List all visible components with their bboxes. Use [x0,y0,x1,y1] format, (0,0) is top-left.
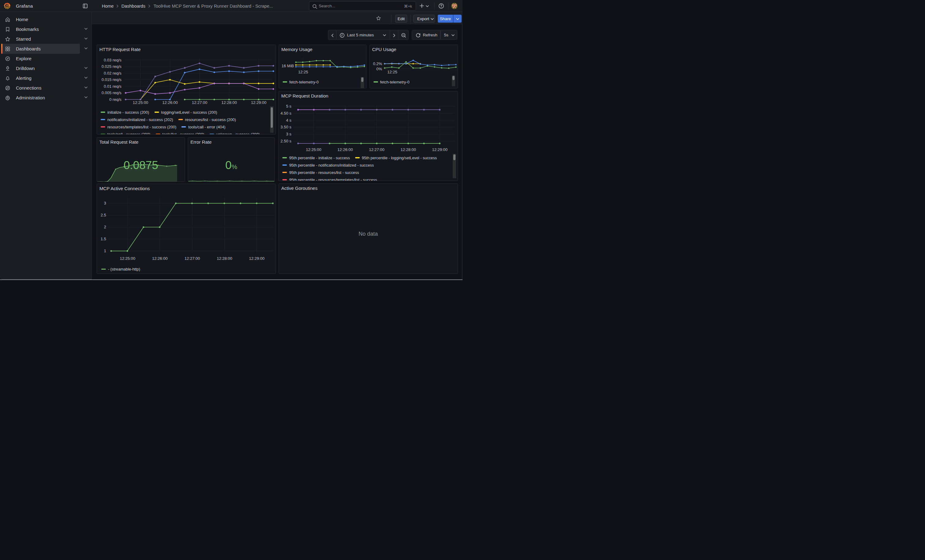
svg-text:0 req/s: 0 req/s [109,97,121,102]
svg-text:12:27:00: 12:27:00 [192,100,207,105]
svg-text:4 s: 4 s [286,118,292,123]
svg-text:12:26:00: 12:26:00 [338,147,353,152]
svg-text:12:27:00: 12:27:00 [369,147,385,152]
svg-text:0.02 req/s: 0.02 req/s [104,71,121,75]
svg-text:12:27:00: 12:27:00 [184,256,200,260]
svg-text:1: 1 [104,249,106,253]
svg-text:12:25: 12:25 [298,70,308,74]
svg-text:16 MiB: 16 MiB [282,64,294,68]
svg-text:2.50 s: 2.50 s [281,139,292,143]
svg-text:12:25:00: 12:25:00 [133,100,148,105]
svg-text:0%: 0% [376,67,382,71]
svg-text:12:29:00: 12:29:00 [432,147,448,152]
svg-text:3 s: 3 s [286,132,292,136]
svg-text:0.03 req/s: 0.03 req/s [104,58,121,62]
svg-text:1.5: 1.5 [101,237,106,241]
svg-text:12:29:00: 12:29:00 [251,100,267,105]
svg-text:2: 2 [104,225,106,229]
svg-text:12:25:00: 12:25:00 [120,256,136,260]
svg-text:0.01 req/s: 0.01 req/s [104,84,121,89]
svg-text:2.5: 2.5 [101,213,106,217]
svg-text:12:28:00: 12:28:00 [221,100,237,105]
svg-text:3.50 s: 3.50 s [281,125,292,129]
svg-text:12:28:00: 12:28:00 [401,147,416,152]
svg-text:0.2%: 0.2% [373,62,382,66]
svg-text:12:25: 12:25 [387,70,397,74]
svg-text:5 s: 5 s [286,104,292,108]
svg-text:12:26:00: 12:26:00 [152,256,168,260]
svg-text:12:28:00: 12:28:00 [217,256,232,260]
svg-text:3: 3 [104,201,106,206]
svg-text:0.025 req/s: 0.025 req/s [102,64,122,69]
svg-text:0.015 req/s: 0.015 req/s [102,77,122,82]
svg-text:12:25:00: 12:25:00 [306,147,321,152]
svg-text:12:29:00: 12:29:00 [249,256,265,260]
svg-text:0.005 req/s: 0.005 req/s [102,90,122,95]
svg-text:12:26:00: 12:26:00 [163,100,178,105]
svg-text:4.50 s: 4.50 s [281,111,292,116]
